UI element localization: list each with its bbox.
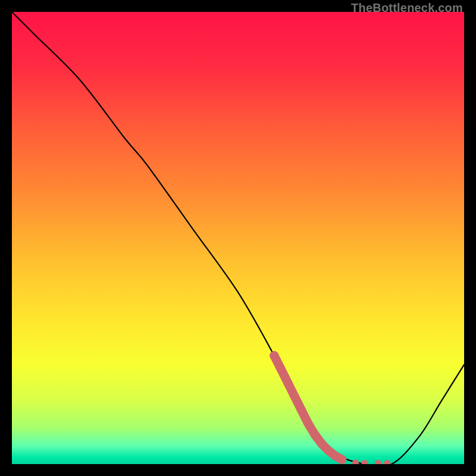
highlight-dot bbox=[311, 430, 320, 439]
chart-svg bbox=[12, 12, 464, 464]
chart-frame: TheBottleneck.com bbox=[0, 0, 476, 476]
highlight-dot bbox=[297, 405, 306, 414]
highlight-dot bbox=[317, 439, 326, 448]
chart-plot-area bbox=[12, 12, 464, 464]
highlight-dot bbox=[277, 365, 286, 374]
highlight-dot bbox=[283, 378, 292, 387]
watermark-text: TheBottleneck.com bbox=[351, 1, 463, 15]
highlight-dot bbox=[290, 392, 299, 401]
highlight-dot bbox=[337, 455, 346, 464]
highlight-dot bbox=[303, 419, 312, 428]
highlight-dot bbox=[270, 351, 278, 360]
